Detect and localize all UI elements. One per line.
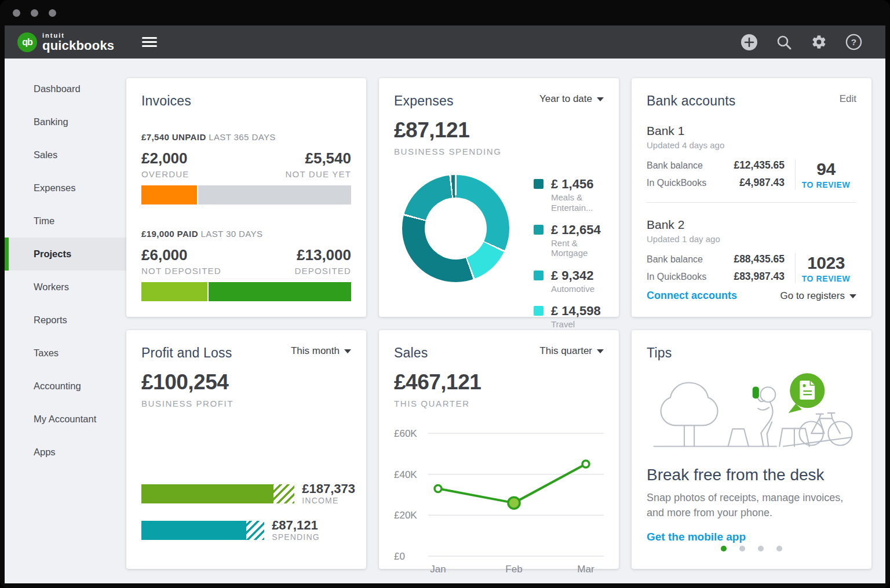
sidebar-item-label: Expenses (34, 182, 75, 193)
pnl-bar-hatch (246, 521, 264, 540)
divider (647, 202, 856, 203)
carousel-dot-3[interactable] (758, 546, 764, 552)
sidebar-item-projects[interactable]: Projects (5, 238, 126, 271)
sidebar-item-my-accountant[interactable]: My Accountant (5, 403, 126, 436)
sales-total: £467,121 (394, 370, 604, 395)
content-area: DashboardBankingSalesExpensesTimeProject… (5, 59, 885, 583)
bank-name: Bank 2 (647, 218, 856, 232)
svg-text:?: ? (851, 37, 856, 47)
window-dot-close[interactable] (13, 9, 20, 17)
to-review-button[interactable]: 94TO REVIEW (795, 159, 856, 189)
bank-account-block: Bank 2Updated 1 day agoBank balance£88,4… (647, 218, 856, 283)
sales-card-title: Sales (394, 345, 428, 361)
legend-value: £ 9,342 (551, 268, 594, 283)
svg-text:£40K: £40K (394, 469, 417, 480)
legend-label: Automotive (551, 284, 594, 294)
bank-updated: Updated 4 days ago (647, 140, 856, 150)
sidebar-item-time[interactable]: Time (5, 204, 126, 238)
pnl-total-label: BUSINESS PROFIT (141, 399, 351, 408)
window-dot-zoom[interactable] (49, 9, 56, 17)
invoices-paid-section[interactable]: £19,000 PAID LAST 30 DAYS £6,000 £13,000… (141, 229, 351, 301)
carousel-dot-2[interactable] (739, 546, 745, 552)
expenses-range-select[interactable]: Year to date (539, 93, 604, 105)
search-icon[interactable] (775, 34, 793, 51)
sidebar-item-dashboard[interactable]: Dashboard (5, 72, 126, 105)
bank-card-title: Bank accounts (647, 93, 735, 109)
get-mobile-app-link[interactable]: Get the mobile app (647, 531, 746, 543)
expenses-total: £87,121 (394, 118, 604, 143)
sidebar-item-apps[interactable]: Apps (5, 436, 126, 469)
sidebar-item-sales[interactable]: Sales (5, 138, 126, 171)
bank-account-block: Bank 1Updated 4 days agoBank balance£12,… (647, 124, 856, 203)
pnl-bar-hatch (273, 484, 294, 503)
sales-range-select[interactable]: This quarter (539, 345, 604, 357)
edit-link[interactable]: Edit (840, 93, 856, 105)
deposited-label: DEPOSITED (295, 266, 351, 276)
legend-swatch (534, 271, 544, 280)
plus-icon[interactable] (741, 34, 758, 51)
not-due-amount: £5,540 (305, 149, 351, 167)
legend-item[interactable]: £ 9,342Automotive (534, 268, 604, 294)
carousel-dot-1[interactable] (721, 546, 727, 552)
sidebar-item-label: Reports (34, 315, 67, 326)
quickbooks-logo[interactable]: qb intuit quickbooks (17, 32, 114, 52)
bank-row-label: In QuickBooks (647, 178, 706, 188)
sidebar-item-workers[interactable]: Workers (5, 271, 126, 304)
invoices-card-title: Invoices (141, 93, 191, 109)
pnl-bar-row[interactable]: £87,121SPENDING (141, 521, 351, 540)
pnl-bar-label: INCOME (302, 496, 355, 505)
sidebar-item-reports[interactable]: Reports (5, 304, 126, 337)
overdue-label: OVERDUE (141, 169, 189, 179)
help-icon[interactable]: ? (845, 34, 862, 51)
tips-carousel-dots (647, 546, 856, 554)
sidebar-item-label: Accounting (34, 381, 81, 392)
profit-loss-card: Profit and Loss This month £100,254 BUSI… (126, 330, 366, 569)
sidebar-item-label: Taxes (34, 348, 59, 359)
window-titlebar (0, 0, 890, 25)
bank-accounts-card: Bank accounts Edit Bank 1Updated 4 days … (632, 78, 871, 317)
legend-swatch (534, 306, 544, 316)
tips-card: Tips (632, 330, 871, 569)
sidebar-item-label: My Accountant (34, 414, 96, 425)
unpaid-progress-bar[interactable] (141, 185, 351, 204)
sidebar-item-banking[interactable]: Banking (5, 105, 126, 138)
tips-illustration (647, 367, 856, 459)
expenses-card-title: Expenses (394, 93, 454, 109)
paid-progress-bar[interactable] (141, 282, 351, 301)
sales-card: Sales This quarter £467,121 THIS QUARTER… (379, 330, 619, 569)
window-dot-minimize[interactable] (31, 9, 38, 17)
sidebar-item-expenses[interactable]: Expenses (5, 171, 126, 204)
pnl-bar-value: £187,373 (302, 482, 355, 496)
review-count: 94 (816, 159, 835, 179)
sidebar-item-label: Workers (34, 282, 69, 293)
app-header: qb intuit quickbooks ? (5, 25, 885, 59)
pnl-bar-label: SPENDING (272, 533, 320, 542)
sidebar-item-accounting[interactable]: Accounting (5, 370, 126, 403)
invoices-unpaid-section[interactable]: £7,540 UNPAID LAST 365 DAYS £2,000 £5,54… (141, 132, 351, 204)
legend-value: £ 1,456 (551, 177, 604, 191)
hamburger-menu-icon[interactable] (142, 35, 157, 49)
chevron-down-icon (597, 349, 604, 353)
carousel-dot-4[interactable] (776, 546, 782, 552)
sidebar-item-taxes[interactable]: Taxes (5, 337, 126, 370)
pnl-range-select[interactable]: This month (291, 345, 351, 357)
connect-accounts-link[interactable]: Connect accounts (647, 290, 737, 302)
gear-icon[interactable] (810, 34, 827, 51)
expenses-card: Expenses Year to date £87,121 BUSINESS S… (379, 78, 619, 317)
legend-item[interactable]: £ 12,654Rent & Mortgage (534, 222, 604, 258)
legend-item[interactable]: £ 1,456Meals & Entertain... (534, 177, 604, 213)
bank-row-value: £4,987.43 (739, 177, 785, 189)
app-window: qb intuit quickbooks ? DashboardBankingS… (0, 0, 890, 588)
header-icons: ? (741, 34, 862, 51)
not-deposited-label: NOT DEPOSITED (141, 266, 221, 276)
expenses-donut-chart[interactable] (402, 175, 509, 282)
go-to-registers-select[interactable]: Go to registers (780, 290, 857, 302)
sidebar-item-label: Time (34, 216, 54, 227)
pnl-bar-row[interactable]: £187,373INCOME (141, 484, 351, 503)
tips-body: Snap photos of receipts, manage invoices… (647, 490, 856, 520)
to-review-button[interactable]: 1023TO REVIEW (795, 253, 856, 283)
bank-row-value: £88,435.65 (734, 253, 785, 265)
phone-icon (753, 386, 759, 399)
expenses-total-label: BUSINESS SPENDING (394, 147, 604, 156)
chevron-down-icon (344, 349, 351, 353)
